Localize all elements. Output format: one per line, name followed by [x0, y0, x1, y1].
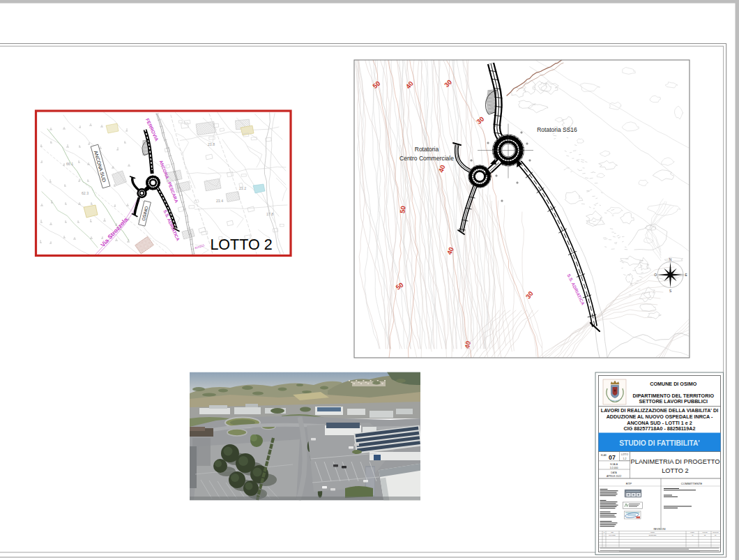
svg-text:STUDIO DI FATTIBILITA': STUDIO DI FATTIBILITA': [619, 439, 699, 447]
svg-text:1:2.000: 1:2.000: [610, 467, 618, 469]
svg-text:0: 0: [604, 534, 604, 536]
svg-text:11/04/2022: 11/04/2022: [609, 534, 615, 536]
svg-text:23.8: 23.8: [208, 142, 215, 146]
svg-text:LOTTO: LOTTO: [621, 453, 629, 456]
svg-text:66.1: 66.1: [66, 162, 73, 166]
svg-text:redatto: redatto: [690, 531, 694, 533]
svg-text:E: E: [685, 273, 687, 277]
svg-text:Rotatoria SS16: Rotatoria SS16: [537, 126, 577, 133]
svg-text:23.4: 23.4: [216, 199, 223, 203]
svg-text:verificato: verificato: [702, 531, 708, 533]
svg-text:COMMITTENTE: COMMITTENTE: [681, 482, 703, 485]
svg-text:50: 50: [398, 206, 406, 214]
svg-text:O: O: [654, 273, 657, 277]
svg-text:CIG 88257718A0 - 88258119A2: CIG 88257718A0 - 88258119A2: [623, 425, 695, 432]
svg-text:07: 07: [609, 454, 616, 461]
svg-text:SETTORE LAVORI PUBBLICI: SETTORE LAVORI PUBBLICI: [639, 398, 708, 404]
svg-text:1-2: 1-2: [623, 457, 627, 460]
svg-text:LOTTO 2: LOTTO 2: [210, 236, 272, 253]
svg-text:N: N: [669, 258, 672, 262]
svg-text:DATA: DATA: [611, 471, 617, 474]
svg-text:ADDUZIONE AL NUOVO OSPEDALE IN: ADDUZIONE AL NUOVO OSPEDALE INRCA -: [607, 414, 713, 420]
svg-text:oggetto: oggetto: [650, 531, 655, 533]
svg-text:62.3: 62.3: [82, 191, 89, 195]
svg-text:Rotatoria: Rotatoria: [415, 146, 439, 153]
svg-text:approvato: approvato: [713, 531, 718, 533]
svg-text:REVISIONI: REVISIONI: [653, 528, 665, 531]
svg-text:LAVORI DI REALIZZAZIONE DELLA: LAVORI DI REALIZZAZIONE DELLA VIABILITA'…: [601, 407, 718, 414]
svg-text:S: S: [669, 289, 671, 293]
svg-text:SCALA: SCALA: [610, 463, 618, 466]
svg-text:COMUNE DI OSIMO: COMUNE DI OSIMO: [650, 381, 696, 387]
svg-text:PLANIMETRIA DI PROGETTO: PLANIMETRIA DI PROGETTO: [631, 458, 720, 465]
svg-text:LOTTO 2: LOTTO 2: [662, 467, 689, 474]
svg-text:EMISSIONE: EMISSIONE: [649, 534, 657, 536]
svg-text:APRILE 2022: APRILE 2022: [607, 475, 621, 478]
svg-text:Centro Commerciale: Centro Commerciale: [399, 155, 454, 162]
svg-text:17.8: 17.8: [266, 212, 273, 216]
svg-text:ELAB: ELAB: [601, 454, 607, 457]
svg-text:RTP: RTP: [626, 482, 632, 485]
svg-text:40: 40: [463, 340, 472, 349]
